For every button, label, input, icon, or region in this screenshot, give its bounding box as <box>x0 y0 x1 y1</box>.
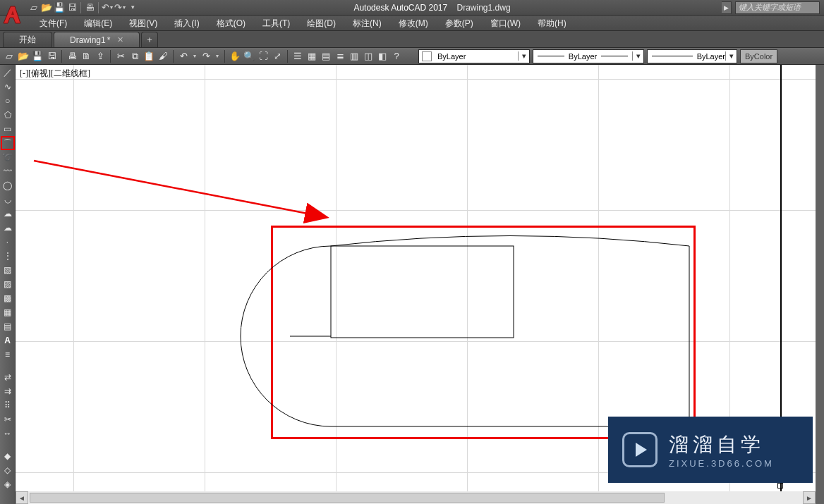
tb-plot-icon[interactable]: 🖶 <box>66 50 78 63</box>
tb-sheet-icon[interactable]: ▦ <box>305 50 318 63</box>
linetype-dropdown[interactable]: ByLayer ▾ <box>533 49 644 63</box>
tb-saveall-icon[interactable]: 🖫 <box>45 50 58 63</box>
qat-open-icon[interactable]: 📂 <box>41 2 52 13</box>
tb-pan-icon[interactable]: ✋ <box>229 50 241 63</box>
menu-file[interactable]: 文件(F) <box>31 16 75 31</box>
tool-arc-icon[interactable]: ⌒ <box>1 137 14 149</box>
tool-cloud2-icon[interactable]: ☁ <box>1 221 14 234</box>
tb-cut-icon[interactable]: ✂ <box>114 50 127 63</box>
tb-xref-icon[interactable]: ◧ <box>376 50 389 63</box>
qat-saveas-icon[interactable]: 🖫 <box>66 2 78 13</box>
tool-wipeout-icon[interactable]: ▨ <box>1 278 14 290</box>
menu-param[interactable]: 参数(P) <box>437 16 482 31</box>
tab-start[interactable]: 开始 <box>3 32 52 47</box>
menu-modify[interactable]: 修改(M) <box>390 16 437 31</box>
tb-table-icon[interactable]: ▤ <box>320 50 332 63</box>
qat-new-icon[interactable]: ▱ <box>28 2 40 13</box>
tb-publish-icon[interactable]: ⇪ <box>94 50 107 63</box>
tb-block-icon[interactable]: ◫ <box>362 50 375 63</box>
drawing-canvas[interactable]: [-][俯视][二维线框] <box>16 65 824 504</box>
tab-close-icon[interactable]: ✕ <box>117 35 123 44</box>
tool-line-icon[interactable]: ／ <box>1 66 14 79</box>
tb-undo-dd[interactable]: ▾ <box>191 53 198 59</box>
qat-more-icon[interactable]: ▾ <box>127 2 138 13</box>
search-arrow-icon[interactable]: ▶ <box>722 1 732 14</box>
tool-spline-icon[interactable]: 〰 <box>1 165 14 178</box>
tool-polygon-icon[interactable]: ⬠ <box>1 109 14 121</box>
tb-preview-icon[interactable]: 🗎 <box>80 50 92 63</box>
tb-layout-icon[interactable]: ▥ <box>348 50 360 63</box>
scroll-right-icon[interactable]: ► <box>803 491 816 504</box>
plus-icon: ＋ <box>145 34 154 46</box>
bycolor-button[interactable]: ByColor <box>740 49 777 63</box>
tool-extend-icon[interactable]: ↔ <box>1 427 14 440</box>
tool-trim-icon[interactable]: ✂ <box>1 413 14 426</box>
tb-redo-icon[interactable]: ↷ <box>200 50 212 63</box>
menu-insert[interactable]: 插入(I) <box>166 16 207 31</box>
linetype-label: ByLayer <box>569 52 597 61</box>
layer-dropdown[interactable]: ByLayer ▾ <box>418 49 530 63</box>
tool-gradient-icon[interactable]: ▦ <box>1 306 14 319</box>
workspace: ／ ∿ ○ ⬠ ▭ ⌒ ➰ 〰 ◯ ◡ ☁ ☁ · ⋮ ▧ ▨ ▩ ▦ ▤ A … <box>0 65 824 504</box>
menu-format[interactable]: 格式(O) <box>208 16 254 31</box>
tb-open-icon[interactable]: 📂 <box>17 50 30 63</box>
tb-new-icon[interactable]: ▱ <box>3 50 16 63</box>
tool-spiral-icon[interactable]: ➰ <box>1 151 14 164</box>
tool-point-icon[interactable]: · <box>1 235 14 248</box>
tab-new[interactable]: ＋ <box>141 32 158 47</box>
tool-mirror-icon[interactable]: ⇄ <box>1 371 14 383</box>
menu-draw[interactable]: 绘图(D) <box>298 16 344 31</box>
tool-ellipsearc-icon[interactable]: ◡ <box>1 193 14 206</box>
tool-pline-icon[interactable]: ∿ <box>1 80 14 93</box>
tool-offset-icon[interactable]: ⇉ <box>1 385 14 398</box>
tool-array-icon[interactable]: ⠿ <box>1 399 14 412</box>
tab-drawing1[interactable]: Drawing1* ✕ <box>54 32 140 47</box>
tb-redo-dd[interactable]: ▾ <box>214 53 221 59</box>
menu-dim[interactable]: 标注(N) <box>344 16 390 31</box>
tb-paste-icon[interactable]: 📋 <box>143 50 155 63</box>
tool-rect-icon[interactable]: ▭ <box>1 123 14 135</box>
linetype-dd-icon[interactable]: ▾ <box>632 51 643 61</box>
tool-grip3-icon[interactable]: ◈ <box>1 478 14 491</box>
tb-zoomext-icon[interactable]: 🔍 <box>243 50 255 63</box>
menu-edit[interactable]: 编辑(E) <box>75 16 121 31</box>
menu-window[interactable]: 窗口(W) <box>482 16 529 31</box>
scroll-thumb[interactable] <box>30 493 665 503</box>
tool-circle-icon[interactable]: ○ <box>1 94 14 107</box>
tool-ellipse-icon[interactable]: ◯ <box>1 179 14 192</box>
tb-layers-icon[interactable]: ≣ <box>334 50 346 63</box>
cursor-pickbox-icon <box>777 483 783 488</box>
tb-save-icon[interactable]: 💾 <box>31 50 44 63</box>
tb-undo-icon[interactable]: ↶ <box>177 50 190 63</box>
tb-match-icon[interactable]: 🖌 <box>157 50 169 63</box>
lineweight-dropdown[interactable]: ByLayer ▾ <box>647 49 737 63</box>
qat-plot-icon[interactable]: 🖶 <box>84 2 95 13</box>
layer-dd-icon[interactable]: ▾ <box>518 51 529 61</box>
tb-props-icon[interactable]: ☰ <box>291 50 304 63</box>
tb-help-icon[interactable]: ? <box>390 50 403 63</box>
tool-mtext-icon[interactable]: ≡ <box>1 348 14 361</box>
app-logo-icon[interactable] <box>0 2 25 27</box>
tb-zoomwin-icon[interactable]: ⛶ <box>257 50 269 63</box>
main-toolbar: ▱ 📂 💾 🖫 🖶 🗎 ⇪ ✂ ⧉ 📋 🖌 ↶▾ ↷▾ ✋ 🔍 ⛶ ⤢ ☰ ▦ … <box>0 48 824 65</box>
tool-region-icon[interactable]: ▧ <box>1 264 14 276</box>
tb-copy-icon[interactable]: ⧉ <box>128 50 141 63</box>
qat-undo-icon[interactable]: ↶ <box>102 2 113 13</box>
tool-cloud-icon[interactable]: ☁ <box>1 207 14 220</box>
menu-help[interactable]: 帮助(H) <box>529 16 575 31</box>
qat-redo-icon[interactable]: ↷ <box>114 2 126 13</box>
tb-zoom-icon[interactable]: ⤢ <box>271 50 284 63</box>
search-input[interactable]: 键入关键字或短语 <box>735 1 820 14</box>
tool-grip1-icon[interactable]: ◆ <box>1 450 14 462</box>
menu-view[interactable]: 视图(V) <box>121 16 166 31</box>
tool-table-icon[interactable]: ▤ <box>1 320 14 333</box>
scroll-left-icon[interactable]: ◄ <box>16 491 28 504</box>
tool-hatch-icon[interactable]: ▩ <box>1 292 14 305</box>
lineweight-dd-icon[interactable]: ▾ <box>725 51 737 61</box>
tool-text-icon[interactable]: A <box>1 334 14 347</box>
tool-grip2-icon[interactable]: ◇ <box>1 464 14 477</box>
qat-save-icon[interactable]: 💾 <box>54 2 65 13</box>
menu-tools[interactable]: 工具(T) <box>254 16 298 31</box>
tool-divide-icon[interactable]: ⋮ <box>1 250 14 262</box>
h-scrollbar[interactable]: ◄ ► <box>16 491 816 504</box>
